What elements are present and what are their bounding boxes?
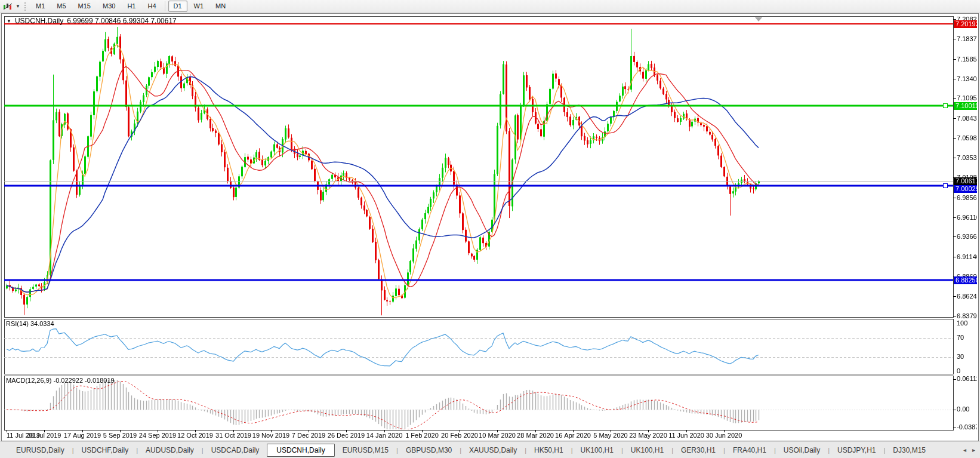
chart-mode-icon xyxy=(3,2,13,11)
toolbar-grip[interactable] xyxy=(24,2,26,11)
timeframe-button-d1[interactable]: D1 xyxy=(168,1,187,12)
tab-scroll-right-icon[interactable]: ▸ xyxy=(972,447,975,453)
chart-tab-hk50-h1[interactable]: HK50,H1 xyxy=(526,444,571,456)
price-chart-canvas[interactable] xyxy=(2,14,977,439)
tab-scroll-buttons: ◂ ▸ xyxy=(963,442,975,458)
chart-tab-eurusd-m15[interactable]: EURUSD,M15 xyxy=(335,444,396,456)
top-toolbar: ▼ M1M5M15M30H1H4D1W1MN xyxy=(0,0,980,13)
chart-tab-usdcad-daily[interactable]: USDCAD,Daily xyxy=(204,444,267,456)
tab-scroll-left-icon[interactable]: ◂ xyxy=(963,447,966,453)
timeframe-toolbar: M1M5M15M30H1H4D1W1MN xyxy=(30,0,232,13)
chart-tab-ger30-h1[interactable]: GER30,H1 xyxy=(673,444,723,456)
chart-tab-bar: EURUSD,Daily|USDCHF,Daily|AUDUSD,Daily|U… xyxy=(0,441,980,458)
timeframe-button-m30[interactable]: M30 xyxy=(97,1,121,12)
timeframe-button-m1[interactable]: M1 xyxy=(30,1,50,12)
timeframe-button-m15[interactable]: M15 xyxy=(73,1,96,12)
chart-tab-usdjpy-h1[interactable]: USDJPY,H1 xyxy=(830,444,883,456)
timeframe-button-h4[interactable]: H4 xyxy=(142,1,161,12)
chart-tab-fra40-h1[interactable]: FRA40,H1 xyxy=(725,444,774,456)
chart-tab-audusd-daily[interactable]: AUDUSD,Daily xyxy=(138,444,202,456)
chart-tab-usdcnh-daily[interactable]: USDCNH,Daily xyxy=(267,444,334,457)
timeframe-button-h1[interactable]: H1 xyxy=(122,1,141,12)
chart-tab-eurusd-daily[interactable]: EURUSD,Daily xyxy=(8,444,72,456)
chart-tab-uk100-h1[interactable]: UK100,H1 xyxy=(623,444,671,456)
timeframe-button-w1[interactable]: W1 xyxy=(189,1,209,12)
chart-tab-usoil-daily[interactable]: USOil,Daily xyxy=(776,444,828,456)
chart-tab-dj30-m15[interactable]: DJ30,M15 xyxy=(885,444,933,456)
charts-toolbar-icon[interactable] xyxy=(1,1,14,12)
chart-tab-uk100-h1[interactable]: UK100,H1 xyxy=(573,444,621,456)
chart-tab-usdchf-daily[interactable]: USDCHF,Daily xyxy=(74,444,137,456)
toolbar-dropdown-caret[interactable]: ▼ xyxy=(14,4,21,9)
timeframe-button-m5[interactable]: M5 xyxy=(51,1,71,12)
chart-tab-xauusd-daily[interactable]: XAUUSD,Daily xyxy=(461,444,525,456)
chart-window: ▼ USDCNH,Daily 6.99699 7.00846 6.99304 7… xyxy=(1,13,979,441)
chart-tabs: EURUSD,Daily|USDCHF,Daily|AUDUSD,Daily|U… xyxy=(8,442,933,458)
chart-tab-gbpusd-m30[interactable]: GBPUSD,M30 xyxy=(398,444,460,456)
toolbar-separator xyxy=(165,1,165,11)
timeframe-button-mn[interactable]: MN xyxy=(210,1,231,12)
